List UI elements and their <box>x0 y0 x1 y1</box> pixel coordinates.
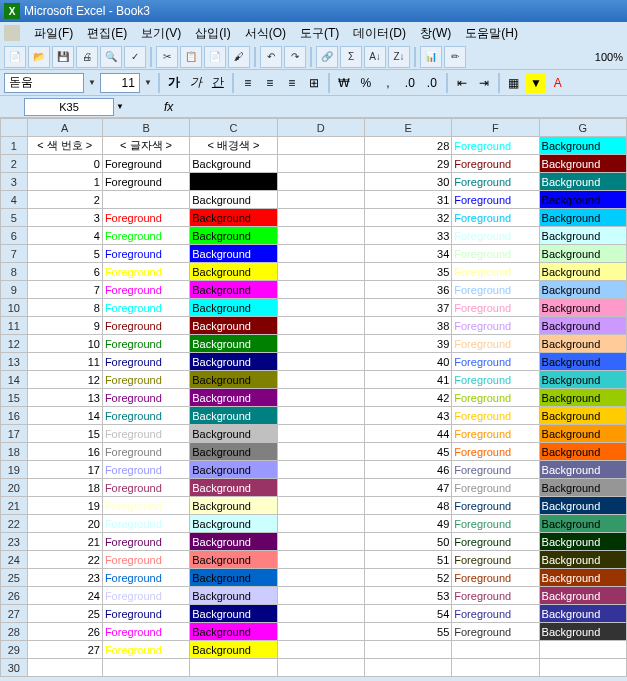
cell[interactable] <box>539 659 626 677</box>
cell[interactable]: 0 <box>27 155 102 173</box>
column-header-E[interactable]: E <box>364 119 451 137</box>
link-button[interactable]: 🔗 <box>316 46 338 68</box>
drawing-button[interactable]: ✏ <box>444 46 466 68</box>
cell[interactable]: 3 <box>27 209 102 227</box>
cell[interactable]: Foreground <box>452 317 539 335</box>
menu-window[interactable]: 창(W) <box>414 23 457 44</box>
cell[interactable] <box>277 461 364 479</box>
cell[interactable]: Background <box>539 443 626 461</box>
spell-button[interactable]: ✓ <box>124 46 146 68</box>
cell[interactable]: Background <box>539 623 626 641</box>
sum-button[interactable]: Σ <box>340 46 362 68</box>
cell[interactable] <box>277 335 364 353</box>
merge-button[interactable]: ⊞ <box>304 73 324 93</box>
cell[interactable] <box>277 155 364 173</box>
paste-button[interactable]: 📄 <box>204 46 226 68</box>
cell[interactable]: Foreground <box>102 317 189 335</box>
row-header[interactable]: 21 <box>1 497 28 515</box>
row-header[interactable]: 6 <box>1 227 28 245</box>
cell[interactable]: Background <box>539 587 626 605</box>
cell[interactable]: Foreground <box>102 209 189 227</box>
cell[interactable]: 26 <box>27 623 102 641</box>
cell[interactable]: Background <box>539 551 626 569</box>
menu-view[interactable]: 보기(V) <box>135 23 187 44</box>
cell[interactable]: Foreground <box>102 551 189 569</box>
cell[interactable]: 20 <box>27 515 102 533</box>
column-header-D[interactable]: D <box>277 119 364 137</box>
cell[interactable]: Foreground <box>102 155 189 173</box>
cell[interactable]: Foreground <box>102 623 189 641</box>
cell[interactable] <box>277 497 364 515</box>
cell[interactable]: Background <box>190 317 277 335</box>
cell[interactable]: 46 <box>364 461 451 479</box>
cell[interactable]: Background <box>190 371 277 389</box>
cell[interactable]: Background <box>539 173 626 191</box>
cell[interactable]: Foreground <box>452 515 539 533</box>
cell[interactable]: 14 <box>27 407 102 425</box>
cell[interactable] <box>364 659 451 677</box>
cell[interactable]: Foreground <box>452 299 539 317</box>
save-button[interactable]: 💾 <box>52 46 74 68</box>
cell[interactable]: Background <box>539 461 626 479</box>
cell[interactable]: 9 <box>27 317 102 335</box>
cell[interactable] <box>452 659 539 677</box>
row-header[interactable]: 25 <box>1 569 28 587</box>
cell[interactable]: 22 <box>27 551 102 569</box>
cell[interactable] <box>539 641 626 659</box>
cell[interactable] <box>277 353 364 371</box>
cell[interactable]: Background <box>190 623 277 641</box>
cell[interactable]: Foreground <box>102 479 189 497</box>
cell[interactable]: < 글자색 > <box>102 137 189 155</box>
bold-button[interactable]: 가 <box>164 73 184 93</box>
cell[interactable]: 36 <box>364 281 451 299</box>
cell[interactable]: 5 <box>27 245 102 263</box>
cell[interactable]: 47 <box>364 479 451 497</box>
underline-button[interactable]: 간 <box>208 73 228 93</box>
cell[interactable]: Foreground <box>102 641 189 659</box>
cell[interactable]: Foreground <box>452 209 539 227</box>
row-header[interactable]: 26 <box>1 587 28 605</box>
cell[interactable]: Background <box>539 533 626 551</box>
dec-decimal-button[interactable]: .0 <box>422 73 442 93</box>
cell[interactable]: Foreground <box>102 443 189 461</box>
cell[interactable]: Foreground <box>102 461 189 479</box>
open-button[interactable]: 📂 <box>28 46 50 68</box>
cell[interactable]: 51 <box>364 551 451 569</box>
row-header[interactable]: 11 <box>1 317 28 335</box>
cell[interactable]: 55 <box>364 623 451 641</box>
cell[interactable]: Foreground <box>452 227 539 245</box>
cell[interactable]: Foreground <box>102 533 189 551</box>
cell[interactable]: Foreground <box>452 155 539 173</box>
cell[interactable] <box>277 227 364 245</box>
cell[interactable]: Background <box>190 641 277 659</box>
cell[interactable] <box>27 659 102 677</box>
menu-format[interactable]: 서식(O) <box>239 23 292 44</box>
cell[interactable]: 10 <box>27 335 102 353</box>
cell[interactable]: Foreground <box>452 443 539 461</box>
row-header[interactable]: 19 <box>1 461 28 479</box>
italic-button[interactable]: 가 <box>186 73 206 93</box>
cell[interactable] <box>190 659 277 677</box>
row-header[interactable]: 5 <box>1 209 28 227</box>
cell[interactable]: 33 <box>364 227 451 245</box>
row-header[interactable]: 16 <box>1 407 28 425</box>
cell[interactable] <box>102 191 189 209</box>
row-header[interactable]: 28 <box>1 623 28 641</box>
preview-button[interactable]: 🔍 <box>100 46 122 68</box>
cell[interactable] <box>277 569 364 587</box>
fx-label[interactable]: fx <box>164 100 173 114</box>
cell[interactable]: Foreground <box>102 605 189 623</box>
cell[interactable]: Foreground <box>452 587 539 605</box>
cell[interactable]: Background <box>539 425 626 443</box>
cell[interactable] <box>277 389 364 407</box>
cell[interactable]: 41 <box>364 371 451 389</box>
cell[interactable]: Background <box>539 605 626 623</box>
cell[interactable]: Foreground <box>102 371 189 389</box>
row-header[interactable]: 7 <box>1 245 28 263</box>
row-header[interactable]: 8 <box>1 263 28 281</box>
indent-dec-button[interactable]: ⇤ <box>452 73 472 93</box>
cell[interactable]: Background <box>539 407 626 425</box>
cell[interactable]: 31 <box>364 191 451 209</box>
cell[interactable]: Background <box>190 191 277 209</box>
cell[interactable]: < 배경색 > <box>190 137 277 155</box>
